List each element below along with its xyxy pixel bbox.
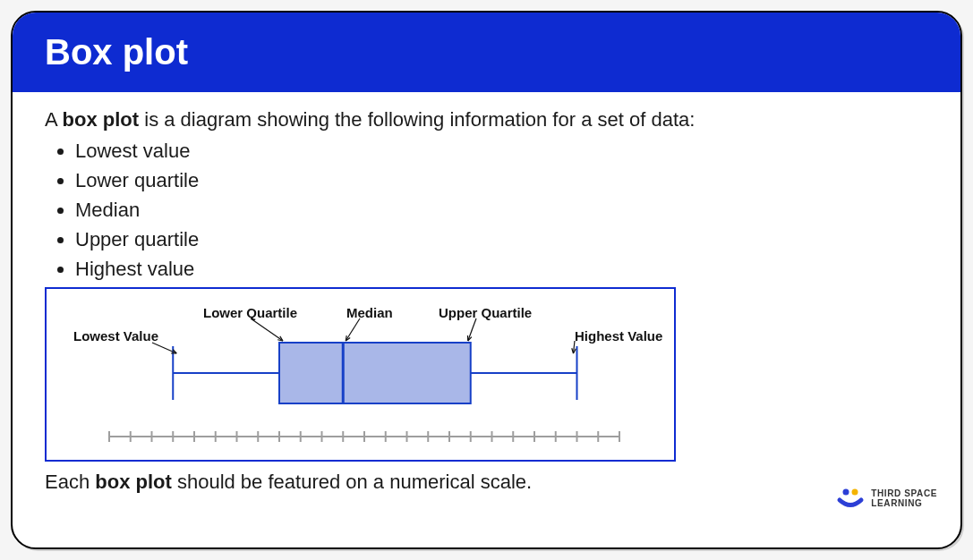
page-title: Box plot — [45, 32, 928, 72]
svg-point-38 — [852, 489, 858, 496]
card-header: Box plot — [13, 13, 960, 92]
logo-icon — [837, 487, 864, 510]
outro-bold: box plot — [95, 471, 172, 493]
brand-line2: LEARNING — [871, 498, 937, 508]
label-median: Median — [346, 303, 393, 324]
svg-rect-30 — [279, 343, 471, 403]
intro-after: is a diagram showing the following infor… — [139, 108, 695, 131]
list-item: Highest value — [75, 254, 928, 284]
outro-before: Each — [45, 471, 95, 493]
label-highest: Highest Value — [575, 327, 662, 347]
list-item: Lower quartile — [75, 165, 928, 195]
brand-line1: THIRD SPACE — [871, 488, 937, 498]
card-body: A box plot is a diagram showing the foll… — [13, 92, 960, 496]
boxplot-diagram: Lowest Value Lower Quartile Median Upper… — [45, 287, 676, 462]
list-item: Median — [75, 195, 928, 225]
intro-text: A box plot is a diagram showing the foll… — [45, 105, 928, 134]
info-card: Box plot A box plot is a diagram showing… — [11, 11, 962, 549]
brand-text: THIRD SPACE LEARNING — [871, 488, 937, 508]
outro-text: Each box plot should be featured on a nu… — [45, 467, 928, 496]
label-lowest: Lowest Value — [73, 327, 158, 347]
label-upper-quartile: Upper Quartile — [439, 303, 532, 324]
intro-bold: box plot — [63, 108, 140, 131]
list-item: Lowest value — [75, 136, 928, 165]
label-lower-quartile: Lower Quartile — [203, 303, 297, 324]
definition-list: Lowest value Lower quartile Median Upper… — [45, 136, 928, 284]
intro-before: A — [45, 108, 63, 131]
svg-point-37 — [843, 489, 849, 496]
brand-logo: THIRD SPACE LEARNING — [837, 487, 937, 510]
list-item: Upper quartile — [75, 225, 928, 254]
outro-after: should be featured on a numerical scale. — [172, 471, 532, 493]
